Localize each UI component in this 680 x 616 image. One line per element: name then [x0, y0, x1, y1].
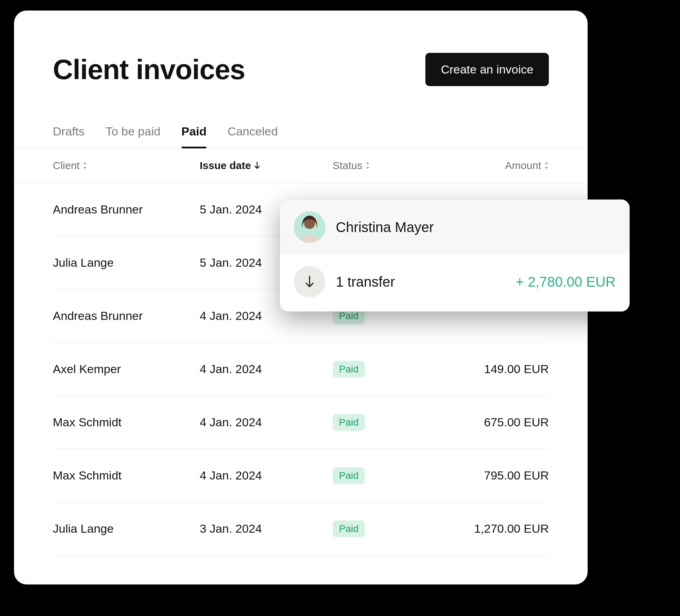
sort-icon	[83, 162, 87, 169]
status-badge: Paid	[333, 520, 365, 537]
col-issue-date[interactable]: Issue date	[200, 160, 333, 172]
col-status-label: Status	[333, 160, 362, 172]
cell-client: Axel Kemper	[53, 362, 200, 376]
cell-client: Julia Lange	[53, 522, 200, 536]
cell-date: 4 Jan. 2024	[200, 415, 333, 429]
col-status[interactable]: Status	[333, 160, 438, 172]
cell-client: Max Schmidt	[53, 469, 200, 482]
cell-amount: 795.00 EUR	[438, 469, 549, 482]
status-badge: Paid	[333, 361, 365, 378]
table-header: Client Issue date Status Amount	[14, 148, 587, 183]
sort-icon	[365, 162, 370, 169]
cell-date: 4 Jan. 2024	[200, 469, 333, 482]
cell-client: Julia Lange	[53, 256, 200, 270]
cell-status: Paid	[333, 361, 438, 378]
col-amount[interactable]: Amount	[438, 160, 549, 172]
col-client-label: Client	[53, 160, 80, 172]
tabs: Drafts To be paid Paid Canceled	[14, 125, 587, 148]
transfer-amount: + 2,780.00 EUR	[516, 274, 616, 290]
popover-header: Christina Mayer	[280, 200, 630, 255]
cell-client: Andreas Brunner	[53, 309, 200, 323]
tab-to-be-paid[interactable]: To be paid	[106, 125, 161, 148]
col-issue-date-label: Issue date	[200, 160, 251, 172]
status-badge: Paid	[333, 414, 365, 431]
col-amount-label: Amount	[505, 160, 541, 172]
table-row[interactable]: Julia Lange 3 Jan. 2024 Paid 1,270.00 EU…	[53, 502, 549, 555]
col-client[interactable]: Client	[53, 160, 200, 172]
popover-body: 1 transfer + 2,780.00 EUR	[280, 255, 630, 312]
cell-status: Paid	[333, 467, 438, 484]
table-row[interactable]: Axel Kemper 4 Jan. 2024 Paid 149.00 EUR	[53, 343, 549, 396]
page-title: Client invoices	[53, 54, 245, 86]
transfer-count-label: 1 transfer	[336, 274, 395, 290]
cell-amount: 149.00 EUR	[438, 362, 549, 376]
cell-client: Max Schmidt	[53, 415, 200, 429]
header: Client invoices Create an invoice	[53, 53, 549, 86]
create-invoice-button[interactable]: Create an invoice	[425, 53, 549, 86]
cell-amount: 1,270.00 EUR	[438, 522, 549, 536]
table-row[interactable]: Max Schmidt 4 Jan. 2024 Paid 795.00 EUR	[53, 449, 549, 502]
popover-client-name: Christina Mayer	[336, 219, 434, 235]
transfer-popover[interactable]: Christina Mayer 1 transfer + 2,780.00 EU…	[280, 200, 630, 312]
cell-amount: 675.00 EUR	[438, 415, 549, 429]
cell-status: Paid	[333, 414, 438, 431]
tab-drafts[interactable]: Drafts	[53, 125, 85, 148]
table-row[interactable]: Max Schmidt 4 Jan. 2024 Paid 675.00 EUR	[53, 396, 549, 449]
tab-paid[interactable]: Paid	[182, 125, 207, 148]
incoming-transfer-icon	[294, 266, 325, 298]
cell-date: 4 Jan. 2024	[200, 362, 333, 376]
sort-icon	[544, 162, 549, 169]
cell-status: Paid	[333, 520, 438, 537]
arrow-down-icon	[254, 161, 260, 170]
cell-date: 3 Jan. 2024	[200, 522, 333, 536]
avatar	[294, 211, 325, 243]
status-badge: Paid	[333, 467, 365, 484]
cell-client: Andreas Brunner	[53, 203, 200, 216]
tab-canceled[interactable]: Canceled	[227, 125, 278, 148]
